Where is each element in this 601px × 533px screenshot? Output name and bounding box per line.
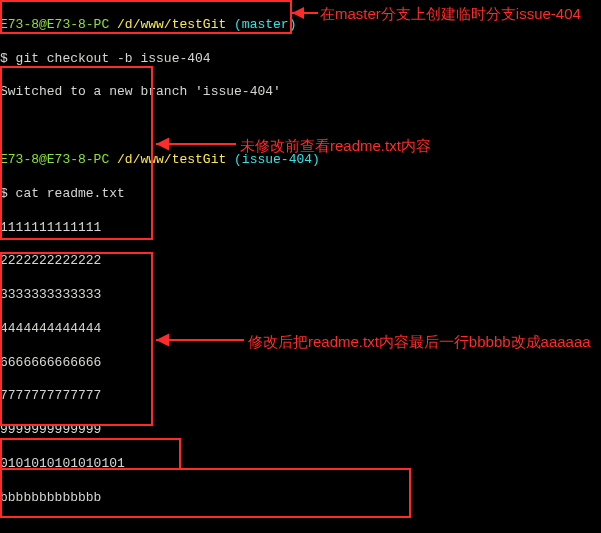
file-line: 0101010101010101 (0, 456, 601, 473)
file-line: 7777777777777 (0, 388, 601, 405)
file-line: bbbbbbbbbbbbb (0, 490, 601, 507)
prompt-line-2: E73-8@E73-8-PC /d/www/testGit (issue-404… (0, 152, 601, 169)
cmd-cat1[interactable]: $ cat readme.txt (0, 186, 601, 203)
file-line: 3333333333333 (0, 287, 601, 304)
cmd-checkout[interactable]: $ git checkout -b issue-404 (0, 51, 601, 68)
terminal: E73-8@E73-8-PC /d/www/testGit (master) $… (0, 0, 601, 533)
file-line: 4444444444444 (0, 321, 601, 338)
output-switched: Switched to a new branch 'issue-404' (0, 84, 601, 101)
file-line: 1111111111111 (0, 220, 601, 237)
prompt-line-1: E73-8@E73-8-PC /d/www/testGit (master) (0, 17, 601, 34)
file-line: 6666666666666 (0, 355, 601, 372)
file-line: 2222222222222 (0, 253, 601, 270)
file-line: 9999999999999 (0, 422, 601, 439)
